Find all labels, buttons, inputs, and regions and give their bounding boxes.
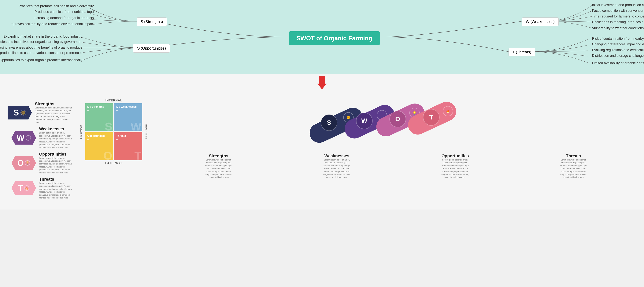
diag-label-s: Strengths Lorem ipsum dolor sit amet, co… xyxy=(204,153,234,179)
diag-label-o: Opportunities Lorem ipsum dolor sit amet… xyxy=(440,153,470,179)
red-arrow-container xyxy=(0,74,644,90)
red-arrow xyxy=(317,76,327,89)
svg-text:W: W xyxy=(361,117,367,124)
swot-cell-weaknesses: My Weaknesses W xyxy=(114,103,142,131)
swot-big-t: T xyxy=(134,149,141,160)
banner-title-t: Threats xyxy=(39,177,72,182)
banner-icon-o: 💡 xyxy=(25,160,30,166)
s-node: S (Strengths) xyxy=(136,18,167,26)
diag-desc-w: Lorem ipsum dolor sit amet, consectetur … xyxy=(322,158,352,179)
mindmap-section: SWOT of Organic Farming S (Strengths) W … xyxy=(0,0,644,74)
svg-text:T: T xyxy=(430,114,434,121)
diag-desc-t: Lorem ipsum dolor sit amet, consectetur … xyxy=(558,158,588,179)
negative-label: NEGATIVE xyxy=(145,124,148,140)
swot-bullet-o xyxy=(87,139,89,140)
swot-grid: My Strengths S My Weaknesses W Opportuni… xyxy=(86,103,142,160)
positive-label: POSITIVE xyxy=(80,125,83,139)
svg-text:✊: ✊ xyxy=(346,116,350,119)
diag-desc-o: Lorem ipsum dolor sit amet, consectetur … xyxy=(440,158,470,179)
swot-weaknesses-label: My Weaknesses xyxy=(116,105,136,108)
swot-matrix-wrapper: POSITIVE My Strengths S My Weaknesses W xyxy=(80,103,148,160)
swot-cell-threats: Threats T xyxy=(114,132,142,160)
banner-desc-o: Lorem ipsum dolor sit amet, consectetur … xyxy=(39,157,72,174)
banner-row-t: T 🔥 Threats Lorem ipsum dolor sit amet, … xyxy=(8,177,72,199)
swot-strengths-label: My Strengths xyxy=(87,105,104,108)
banner-shape-t: T 🔥 xyxy=(12,181,36,195)
swot-bullet-s xyxy=(87,110,89,111)
infographic-row: S ✊ Strengths Lorem ipsum dolor sit amet… xyxy=(0,94,644,204)
swot-big-s: S xyxy=(105,120,112,131)
svg-marker-0 xyxy=(317,76,327,89)
banner-title-o: Opportunities xyxy=(39,152,72,157)
banner-icon-t: 🔥 xyxy=(24,185,30,191)
banner-letter-o: O xyxy=(17,158,24,168)
diag-labels: Strengths Lorem ipsum dolor sit amet, co… xyxy=(160,153,632,179)
swot-opportunities-label: Opportunities xyxy=(87,134,105,137)
diag-svg: S ✊ W ! O 💡 T 🔥 xyxy=(160,101,632,151)
t-node: T (Threats) xyxy=(508,48,535,56)
banner-text-o: Opportunities Lorem ipsum dolor sit amet… xyxy=(39,152,72,174)
svg-text:!: ! xyxy=(382,114,382,117)
diag-title-t: Threats xyxy=(558,153,588,158)
banner-row-o: O 💡 Opportunities Lorem ipsum dolor sit … xyxy=(8,152,72,174)
banner-title-s: Strengths xyxy=(35,101,72,106)
diag-label-w: Weaknesses Lorem ipsum dolor sit amet, c… xyxy=(322,153,352,179)
infographic-3: S ✊ W ! O 💡 T 🔥 xyxy=(156,98,636,200)
banner-desc-w: Lorem ipsum dolor sit amet, consectetur … xyxy=(39,131,72,149)
svg-text:💡: 💡 xyxy=(412,111,416,115)
banner-desc-t: Lorem ipsum dolor sit amet, consectetur … xyxy=(39,182,72,199)
banner-letter-t: T xyxy=(18,183,23,193)
swot-bullet-t xyxy=(116,139,118,140)
banner-letter-s: S xyxy=(13,108,19,117)
w-node: W (Weaknesses) xyxy=(522,18,558,26)
banner-text-s: Strengths Lorem ipsum dolor sit amet, co… xyxy=(35,101,72,124)
external-label: EXTERNAL xyxy=(105,161,123,165)
banner-shape-o: O 💡 xyxy=(12,156,36,170)
swot-big-w: W xyxy=(130,120,141,131)
banner-desc-s: Lorem ipsum dolor sit amet, consectetur … xyxy=(35,106,72,124)
svg-text:🔥: 🔥 xyxy=(446,109,450,113)
swot-threats-label: Threats xyxy=(116,134,126,137)
infographics-section: S ✊ Strengths Lorem ipsum dolor sit amet… xyxy=(0,90,644,209)
banner-icon-s: ✊ xyxy=(20,110,26,116)
infographic-1: S ✊ Strengths Lorem ipsum dolor sit amet… xyxy=(8,98,72,200)
banner-shape-w: W ! xyxy=(12,131,36,145)
swot-big-o: O xyxy=(104,149,112,160)
banner-icon-w: ! xyxy=(26,135,31,141)
banner-row-s: S ✊ Strengths Lorem ipsum dolor sit amet… xyxy=(8,101,72,124)
internal-label: INTERNAL xyxy=(106,99,122,102)
swot-bullet-w xyxy=(116,110,118,111)
infographic-2: INTERNAL POSITIVE My Strengths S My Weak… xyxy=(78,98,150,200)
diag-desc-s: Lorem ipsum dolor sit amet, consectetur … xyxy=(204,158,234,179)
diag-title-s: Strengths xyxy=(204,153,234,158)
banner-text-t: Threats Lorem ipsum dolor sit amet, cons… xyxy=(39,177,72,199)
diag-title-o: Opportunities xyxy=(440,153,470,158)
swot-cell-opportunities: Opportunities O xyxy=(86,132,113,160)
banner-title-w: Weaknesses xyxy=(39,127,72,131)
banner-shape-s: S ✊ xyxy=(8,106,32,119)
svg-text:S: S xyxy=(327,119,331,126)
center-node: SWOT of Organic Farming xyxy=(289,31,380,45)
swot-cell-strengths: My Strengths S xyxy=(86,103,113,131)
diag-title-w: Weaknesses xyxy=(322,153,352,158)
diag-label-t: Threats Lorem ipsum dolor sit amet, cons… xyxy=(558,153,588,179)
svg-text:O: O xyxy=(395,116,400,123)
banner-letter-w: W xyxy=(16,133,24,143)
banner-row-w: W ! Weaknesses Lorem ipsum dolor sit ame… xyxy=(8,127,72,149)
o-node: O (Opportunities) xyxy=(133,44,170,53)
banner-text-w: Weaknesses Lorem ipsum dolor sit amet, c… xyxy=(39,127,72,149)
